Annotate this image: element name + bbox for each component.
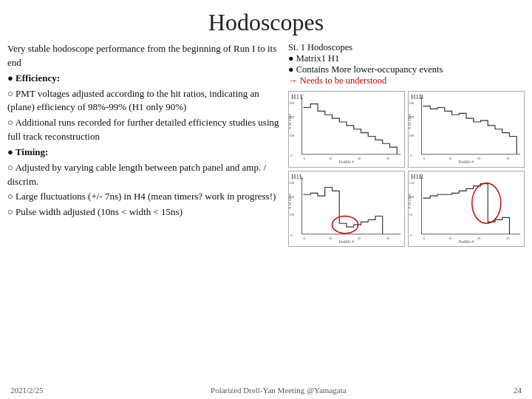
svg-text:30: 30	[506, 236, 510, 239]
svg-text:30: 30	[386, 236, 390, 239]
chart-label-h1l: H1L	[291, 173, 304, 180]
chart-h1l: H1L # of Hits Paddle # 0 10 20 30 0 100	[288, 171, 405, 248]
chart-svg-h1r: # of Hits Paddle # 0 10 20 30 0 50 100 1…	[409, 171, 524, 247]
footer: 2021/2/25 Polarized Drell-Yan Meeting @Y…	[0, 386, 532, 395]
efficiency-header: ● Efficiency:	[7, 72, 60, 83]
chart-label-h1b: H1B	[411, 93, 423, 100]
chart-svg-h1t: # of Hits Paddle # 0 10 20 30 0 100 200 …	[289, 92, 404, 167]
svg-text:200: 200	[289, 115, 295, 119]
svg-text:100: 100	[289, 213, 295, 216]
svg-text:0: 0	[304, 157, 306, 160]
timing-line-2: ○ Large fluctuations (+/- 7ns) in H4 (me…	[7, 190, 281, 204]
svg-text:20: 20	[358, 236, 361, 239]
intro-text: Very stable hodoscope performance from t…	[7, 42, 281, 70]
svg-text:0: 0	[290, 233, 293, 236]
svg-text:Paddle #: Paddle #	[339, 239, 354, 243]
svg-text:20: 20	[477, 157, 481, 160]
efficiency-line-1: ○ PMT voltages adjusted according to the…	[7, 87, 281, 115]
svg-text:300: 300	[409, 101, 415, 105]
chart-h1r: H1R # of Hits Paddle # 0 10 20 30 0 50	[408, 171, 525, 248]
svg-text:0: 0	[290, 154, 293, 157]
needs-understood: → Needs to be understood	[288, 75, 525, 86]
svg-text:200: 200	[289, 195, 295, 199]
svg-text:0: 0	[304, 236, 306, 239]
chart-h1t: H1T # of Hits Paddle # 0 10 20 30	[288, 91, 405, 168]
svg-text:10: 10	[449, 236, 452, 239]
svg-text:20: 20	[477, 236, 481, 239]
right-column: St. 1 Hodoscopes ● Matrix1 H1 ● Contains…	[288, 42, 525, 247]
right-info: St. 1 Hodoscopes ● Matrix1 H1 ● Contains…	[288, 42, 525, 86]
svg-text:30: 30	[386, 157, 390, 160]
bullet2: ● Contains More lower-occupancy events	[288, 64, 525, 75]
page-title: Hodoscopes	[0, 0, 532, 42]
svg-point-41	[472, 183, 501, 223]
svg-text:150: 150	[409, 180, 415, 184]
svg-text:20: 20	[358, 157, 361, 160]
svg-text:Paddle #: Paddle #	[459, 160, 474, 164]
svg-text:100: 100	[409, 134, 415, 137]
footer-date: 2021/2/25	[10, 386, 44, 395]
st1-title: St. 1 Hodoscopes	[288, 42, 525, 53]
footer-center: Polarized Drell-Yan Meeting @Yamagata	[211, 386, 347, 395]
svg-text:0: 0	[423, 157, 426, 160]
svg-text:300: 300	[289, 101, 295, 105]
svg-text:0: 0	[423, 236, 426, 239]
footer-page: 24	[514, 386, 522, 395]
timing-line-3: ○ Pulse width adjusted (10ns < width < 1…	[7, 205, 281, 219]
svg-text:10: 10	[449, 157, 452, 160]
efficiency-line-2: ○ Additional runs recorded for further d…	[7, 116, 281, 144]
svg-text:100: 100	[409, 195, 415, 199]
chart-label-h1r: H1R	[411, 173, 423, 180]
svg-text:30: 30	[506, 157, 510, 160]
chart-svg-h1b: # of Hits Paddle # 0 10 20 30 0 100 200 …	[409, 92, 524, 167]
main-content: Very stable hodoscope performance from t…	[0, 42, 532, 247]
svg-text:50: 50	[409, 213, 412, 216]
chart-h1b: H1B # of Hits Paddle # 0 10 20 30 0 100 …	[408, 91, 525, 168]
svg-text:0: 0	[410, 233, 412, 236]
svg-text:300: 300	[289, 180, 295, 184]
svg-text:200: 200	[409, 115, 415, 119]
chart-svg-h1l: # of Hits Paddle # 0 10 20 30 0 100 200 …	[289, 171, 404, 247]
timing-header: ● Timing:	[7, 146, 48, 157]
svg-text:0: 0	[410, 154, 412, 157]
charts-grid: H1T # of Hits Paddle # 0 10 20 30	[288, 91, 525, 247]
timing-line-1: ○ Adjusted by varying cable length betwe…	[7, 161, 281, 189]
left-column: Very stable hodoscope performance from t…	[7, 42, 281, 247]
svg-text:10: 10	[329, 157, 332, 160]
svg-text:100: 100	[289, 134, 295, 137]
svg-text:10: 10	[329, 236, 332, 239]
svg-text:Paddle #: Paddle #	[339, 160, 354, 164]
chart-label-h1t: H1T	[291, 93, 304, 100]
svg-text:Paddle #: Paddle #	[459, 239, 474, 243]
bullet1: ● Matrix1 H1	[288, 53, 525, 64]
